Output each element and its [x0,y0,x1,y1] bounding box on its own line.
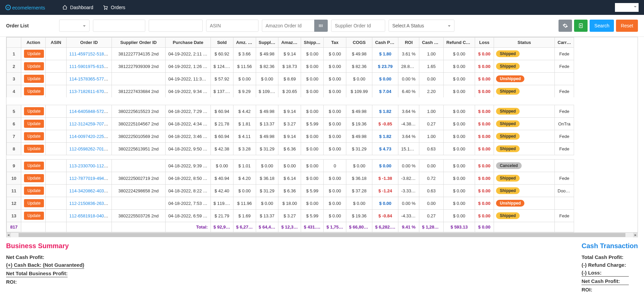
refund-cell: $ 0.00 [444,130,475,143]
col-header-6[interactable]: Sold [210,38,233,48]
update-button[interactable]: Update [24,107,44,115]
action-cell: Update [21,105,46,118]
update-button[interactable]: Update [24,212,44,220]
col-header-0[interactable] [7,38,21,48]
grid-scroll[interactable]: ActionASINOrder IDSupplier Order IDPurch… [6,37,638,233]
horizontal-scrollbar[interactable]: ◄ ► [6,233,638,237]
order-id-cell: 112-2150836-2633001 [66,197,112,210]
export-button[interactable] [574,20,588,32]
cogs-cell: $ 109.99 [346,85,372,99]
reset-button[interactable]: Reset [616,20,638,32]
order-id-link[interactable]: 114-0097420-2256242 [69,134,112,139]
update-button[interactable]: Update [24,174,44,182]
order-id-link[interactable]: 112-3124259-7070662 [69,121,112,126]
tax-cell: $ 0.00 [324,185,346,197]
action-cell: Update [21,118,46,130]
col-header-5[interactable]: Purchase Date [166,38,211,48]
row-number: 8 [7,143,21,155]
col-header-19[interactable]: Carrier [555,38,574,48]
order-id-link[interactable]: 111-4597152-5183415 [69,51,112,56]
status-cell: Shipped [494,105,555,118]
order-id-link[interactable]: 112-7877019-4945848 [69,176,112,181]
status-badge: Unshipped [496,200,524,207]
col-header-18[interactable]: Status [494,38,555,48]
user-dropdown[interactable] [615,3,639,12]
col-header-10[interactable]: Shipping [301,38,324,48]
loss-cell: $ 0.00 [475,105,494,118]
shipping-cell: $ 0.00 [301,172,324,185]
order-id-link[interactable]: 112-2150836-2633001 [69,201,112,206]
amazon-order-input[interactable] [262,20,314,32]
row-number: 6 [7,118,21,130]
nav-orders[interactable]: Orders [103,5,125,10]
col-header-2[interactable]: ASIN [46,38,67,48]
cashback-cell: 0.00 [419,160,444,172]
update-button[interactable]: Update [24,50,44,58]
svg-rect-5 [321,24,322,27]
order-id-link[interactable]: 111-5901975-6155433 [69,64,112,69]
shipping-cell: $ 5.99 [301,210,324,222]
update-button[interactable]: Update [24,75,44,83]
col-header-13[interactable]: Cash Profit [372,38,398,48]
loss-cell: $ 0.00 [475,210,494,222]
order-id-link[interactable]: 114-3420862-4039402 [69,188,112,193]
cashback-cell: 1.00 [419,105,444,118]
update-button[interactable]: Update [24,145,44,153]
cogs-cell: $ 0.00 [346,197,372,210]
col-header-1[interactable]: Action [21,38,46,48]
amztax-cell: $ 3.28 [233,143,256,155]
col-header-7[interactable]: Amz. Tax [233,38,256,48]
update-button[interactable]: Update [24,62,44,70]
scroll-thumb[interactable] [19,233,625,237]
scroll-right-icon[interactable]: ► [633,233,638,237]
logo[interactable]: e ecomelements [5,5,45,10]
amztax-cell: $ 11.56 [233,60,256,73]
update-button[interactable]: Update [24,162,44,170]
col-header-4[interactable]: Supplier Order ID [112,38,165,48]
scan-button[interactable] [314,20,328,32]
settings-button[interactable] [559,20,572,32]
search-button[interactable]: Search [590,20,614,32]
col-header-16[interactable]: Refund Charge [444,38,475,48]
cogs-cell: $ 0.00 [346,160,372,172]
svg-rect-6 [322,24,322,27]
roi-cell: -3.33 % [398,185,419,197]
tax-cell: $ 0.00 [324,60,346,73]
update-button[interactable]: Update [24,132,44,140]
roi-cell: 3.64 % [398,130,419,143]
supplier-order-input[interactable] [331,20,385,32]
sold-cell: $ 21.79 [210,210,233,222]
filter-input-2[interactable] [149,20,203,32]
order-id-link[interactable]: 114-6405848-5722654 [69,109,112,114]
col-header-3[interactable]: Order ID [66,38,112,48]
shipping-cell: $ 0.00 [301,60,324,73]
update-button[interactable]: Update [24,187,44,195]
update-button[interactable]: Update [24,199,44,207]
scroll-left-icon[interactable]: ◄ [6,233,11,237]
order-id-link[interactable]: 113-2330700-1123419 [69,163,112,168]
filter-input-1[interactable] [93,20,145,32]
filter-select-1[interactable] [59,20,90,32]
update-button[interactable]: Update [24,120,44,128]
col-header-17[interactable]: Loss [475,38,494,48]
purchase-date-cell: 04-19-2022, 11:32 am [166,73,211,85]
order-id-link[interactable]: 112-0598262-7015400 [69,146,112,151]
action-cell: Update [21,210,46,222]
col-header-12[interactable]: COGS [346,38,372,48]
col-header-11[interactable]: Tax [324,38,346,48]
profit-cell: $ 1.82 [372,130,398,143]
update-button[interactable]: Update [24,87,44,95]
order-id-link[interactable]: 113-7182611-6702628 [69,89,112,94]
nav-dashboard[interactable]: Dashboard [62,5,94,10]
amazon-cell: $ 3.27 [278,118,301,130]
col-header-9[interactable]: Amazon [278,38,301,48]
order-id-link[interactable]: 114-1578365-5773011 [69,76,112,81]
status-select[interactable]: Select A Status [389,20,454,32]
supplier-order-cell [112,73,165,85]
asin-input[interactable] [206,20,258,32]
col-header-15[interactable]: Cash Back [419,38,444,48]
col-header-14[interactable]: ROI [398,38,419,48]
order-id-link[interactable]: 112-6581918-0407464 [69,213,112,218]
col-header-8[interactable]: Supplier [256,38,278,48]
refund-cell: $ 0.00 [444,197,475,210]
